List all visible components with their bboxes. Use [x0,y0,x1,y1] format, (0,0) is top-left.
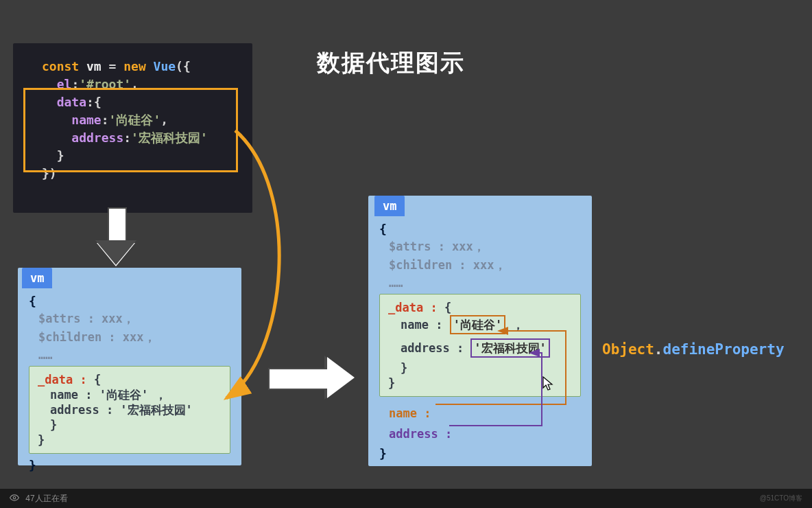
vm2-addr-val: '宏福科技园' [470,338,549,358]
vm1-open-brace: { [29,294,230,308]
vm2-dots: …… [389,276,581,290]
vm1-name-line: name : '尚硅谷' ， [50,388,167,402]
vm2-addr-row: address : '宏福科技园' [401,338,572,358]
vm1-tab: vm [22,268,52,288]
object-define-property-label: Object.defineProperty [602,341,785,358]
code-highlight-box [23,88,238,172]
vm1-attrs: $attrs : xxx， [38,311,230,327]
page-title: 数据代理图示 [317,47,465,79]
credit-label: @51CTO博客 [760,494,802,503]
vm2-name-val: '尚硅谷' [450,315,505,334]
vm2-data-label: _data : [388,301,438,314]
vm1-children: $children : xxx， [38,330,230,345]
vm1-dots: …… [38,348,230,362]
kw-var: vm [79,59,108,73]
diagram-stage: 数据代理图示 const vm = new Vue({ el:'#root', … [0,0,812,508]
vm2-attrs: $attrs : xxx， [389,239,581,255]
brace: ({ [176,59,191,73]
bottom-bar: 47人正在看 @51CTO博客 [0,489,812,508]
vm1-data-box: _data : { name : '尚硅谷' ， address : '宏福科技… [29,366,230,454]
vm-card-left: vm { $attrs : xxx， $children : xxx， …… _… [18,268,241,465]
vm2-children: $children : xxx， [389,257,581,273]
kw-class: Vue [154,59,176,73]
vm2-data-box: _data : { name : '尚硅谷' ， address : '宏福科技… [379,294,581,397]
vm1-data-label: _data : [38,373,87,386]
vm2-tab: vm [374,196,405,216]
vm1-close-brace: } [29,458,230,472]
eye-icon [10,493,19,503]
kw-new: new [123,59,153,73]
vm2-address-prop: address : [389,427,452,441]
vm2-name-row: name : '尚硅谷' ， [401,315,572,334]
vm1-addr-line: address : '宏福科技园' [50,403,193,417]
vm-card-right: vm { $attrs : xxx， $children : xxx， …… _… [368,196,592,466]
svg-point-0 [13,496,16,499]
kw-const: const [42,59,79,73]
kw-eq: = [109,59,124,73]
viewer-count: 47人正在看 [10,493,68,505]
vm2-name-prop: name : [389,406,431,420]
vm2-open-brace: { [379,222,581,236]
vm2-close-brace: } [379,446,581,461]
